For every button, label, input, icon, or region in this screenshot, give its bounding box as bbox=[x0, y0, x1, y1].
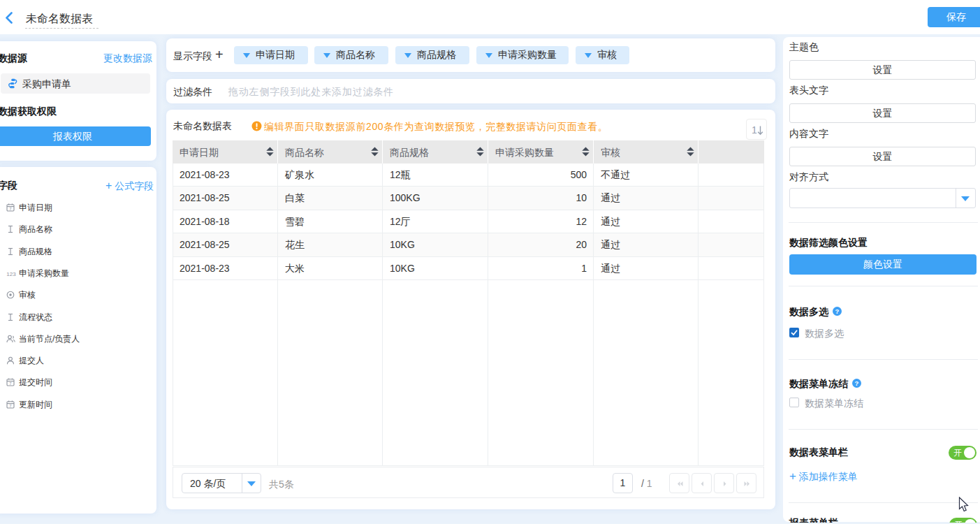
svg-text:7: 7 bbox=[9, 207, 12, 211]
svg-text:7: 7 bbox=[9, 381, 12, 386]
svg-text:123: 123 bbox=[6, 270, 16, 277]
svg-text:7: 7 bbox=[9, 404, 12, 408]
